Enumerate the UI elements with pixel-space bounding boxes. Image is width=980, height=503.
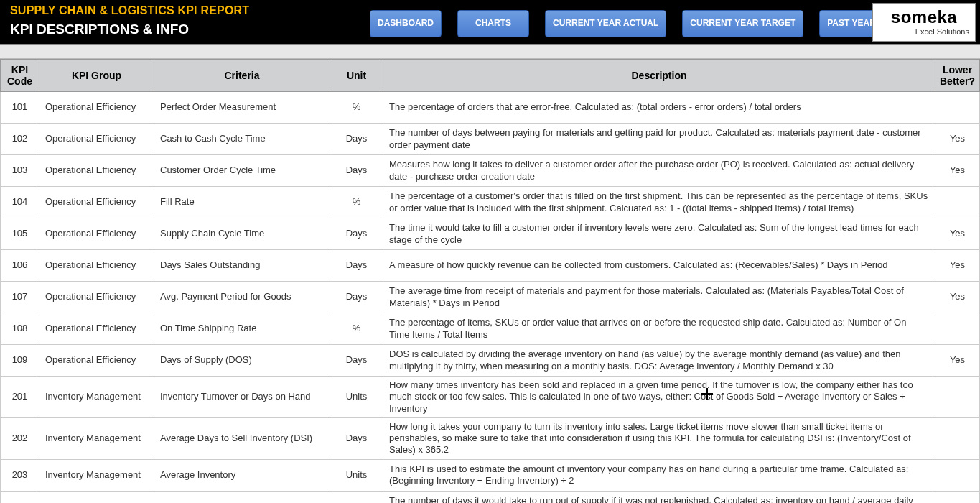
cell-description[interactable]: This KPI is used to estimate the amount … — [383, 459, 935, 491]
table-row[interactable]: 204Inventory ManagementInventory Days of… — [1, 491, 980, 503]
col-unit[interactable]: Unit — [330, 60, 383, 92]
cell-kpi-group[interactable]: Operational Efficiency — [39, 155, 154, 187]
cell-lower-better[interactable]: Yes — [935, 282, 980, 313]
table-row[interactable]: 108Operational EfficiencyOn Time Shippin… — [1, 313, 980, 345]
nav-current-year-actual[interactable]: CURRENT YEAR ACTUAL — [545, 10, 666, 37]
cell-criteria[interactable]: On Time Shipping Rate — [154, 313, 330, 345]
cell-unit[interactable]: % — [330, 187, 383, 218]
cell-lower-better[interactable]: Yes — [935, 218, 980, 250]
table-row[interactable]: 107Operational EfficiencyAvg. Payment Pe… — [1, 282, 980, 313]
cell-lower-better[interactable] — [935, 313, 980, 345]
cell-kpi-group[interactable]: Operational Efficiency — [39, 187, 154, 218]
table-row[interactable]: 103Operational EfficiencyCustomer Order … — [1, 155, 980, 187]
cell-criteria[interactable]: Cash to Cash Cycle Time — [154, 124, 330, 155]
cell-kpi-group[interactable]: Operational Efficiency — [39, 250, 154, 282]
col-lower-better[interactable]: Lower Better? — [935, 60, 980, 92]
cell-kpi-code[interactable]: 108 — [1, 313, 39, 345]
cell-criteria[interactable]: Average Inventory — [154, 459, 330, 491]
cell-description[interactable]: Measures how long it takes to deliver a … — [383, 155, 935, 187]
cell-lower-better[interactable]: Yes — [935, 345, 980, 377]
cell-description[interactable]: How long it takes your company to turn i… — [383, 417, 935, 459]
cell-description[interactable]: The percentage of items, SKUs or order v… — [383, 313, 935, 345]
nav-dashboard[interactable]: DASHBOARD — [370, 10, 442, 37]
cell-unit[interactable]: Days — [330, 345, 383, 377]
table-row[interactable]: 102Operational EfficiencyCash to Cash Cy… — [1, 124, 980, 155]
cell-unit[interactable]: Days — [330, 491, 383, 503]
cell-kpi-code[interactable]: 105 — [1, 218, 39, 250]
cell-criteria[interactable]: Inventory Turnover or Days on Hand — [154, 377, 330, 418]
table-row[interactable]: 202Inventory ManagementAverage Days to S… — [1, 417, 980, 459]
cell-kpi-group[interactable]: Operational Efficiency — [39, 124, 154, 155]
cell-kpi-group[interactable]: Inventory Management — [39, 377, 154, 418]
cell-criteria[interactable]: Avg. Payment Period for Goods — [154, 282, 330, 313]
cell-description[interactable]: How many times inventory has been sold a… — [383, 377, 935, 418]
cell-criteria[interactable]: Fill Rate — [154, 187, 330, 218]
cell-kpi-code[interactable]: 202 — [1, 417, 39, 459]
cell-kpi-code[interactable]: 104 — [1, 187, 39, 218]
cell-unit[interactable]: Days — [330, 250, 383, 282]
cell-unit[interactable]: Days — [330, 124, 383, 155]
cell-description[interactable]: A measure of how quickly revenue can be … — [383, 250, 935, 282]
cell-criteria[interactable]: Inventory Days of Supply — [154, 491, 330, 503]
table-row[interactable]: 203Inventory ManagementAverage Inventory… — [1, 459, 980, 491]
cell-unit[interactable]: % — [330, 313, 383, 345]
cell-lower-better[interactable]: Yes — [935, 155, 980, 187]
cell-lower-better[interactable] — [935, 491, 980, 503]
cell-kpi-group[interactable]: Operational Efficiency — [39, 345, 154, 377]
cell-description[interactable]: The percentage of orders that are error-… — [383, 92, 935, 124]
cell-lower-better[interactable] — [935, 92, 980, 124]
cell-kpi-code[interactable]: 102 — [1, 124, 39, 155]
table-row[interactable]: 109Operational EfficiencyDays of Supply … — [1, 345, 980, 377]
table-row[interactable]: 101Operational EfficiencyPerfect Order M… — [1, 92, 980, 124]
cell-kpi-group[interactable]: Inventory Management — [39, 459, 154, 491]
col-kpi-code[interactable]: KPI Code — [1, 60, 39, 92]
nav-charts[interactable]: CHARTS — [457, 10, 529, 37]
cell-unit[interactable]: Days — [330, 282, 383, 313]
cell-unit[interactable]: Days — [330, 218, 383, 250]
cell-criteria[interactable]: Perfect Order Measurement — [154, 92, 330, 124]
cell-description[interactable]: The time it would take to fill a custome… — [383, 218, 935, 250]
cell-criteria[interactable]: Supply Chain Cycle Time — [154, 218, 330, 250]
cell-unit[interactable]: % — [330, 92, 383, 124]
nav-current-year-target[interactable]: CURRENT YEAR TARGET — [682, 10, 803, 37]
cell-lower-better[interactable]: Yes — [935, 250, 980, 282]
cell-criteria[interactable]: Days Sales Outstanding — [154, 250, 330, 282]
cell-unit[interactable]: Days — [330, 417, 383, 459]
cell-criteria[interactable]: Customer Order Cycle Time — [154, 155, 330, 187]
table-row[interactable]: 105Operational EfficiencySupply Chain Cy… — [1, 218, 980, 250]
col-description[interactable]: Description — [383, 60, 935, 92]
cell-kpi-group[interactable]: Operational Efficiency — [39, 218, 154, 250]
cell-kpi-code[interactable]: 201 — [1, 377, 39, 418]
cell-kpi-group[interactable]: Inventory Management — [39, 491, 154, 503]
col-kpi-group[interactable]: KPI Group — [39, 60, 154, 92]
cell-criteria[interactable]: Days of Supply (DOS) — [154, 345, 330, 377]
cell-kpi-group[interactable]: Operational Efficiency — [39, 92, 154, 124]
brand-logo[interactable]: someka Excel Solutions — [872, 3, 976, 42]
cell-kpi-group[interactable]: Operational Efficiency — [39, 313, 154, 345]
cell-description[interactable]: The number of days it would take to run … — [383, 491, 935, 503]
cell-kpi-code[interactable]: 204 — [1, 491, 39, 503]
cell-kpi-group[interactable]: Operational Efficiency — [39, 282, 154, 313]
cell-unit[interactable]: Units — [330, 377, 383, 418]
cell-description[interactable]: DOS is calculated by dividing the averag… — [383, 345, 935, 377]
table-row[interactable]: 106Operational EfficiencyDays Sales Outs… — [1, 250, 980, 282]
cell-lower-better[interactable] — [935, 377, 980, 418]
cell-criteria[interactable]: Average Days to Sell Inventory (DSI) — [154, 417, 330, 459]
table-row[interactable]: 201Inventory ManagementInventory Turnove… — [1, 377, 980, 418]
cell-kpi-code[interactable]: 107 — [1, 282, 39, 313]
cell-lower-better[interactable] — [935, 417, 980, 459]
cell-unit[interactable]: Units — [330, 459, 383, 491]
cell-description[interactable]: The percentage of a customer's order tha… — [383, 187, 935, 218]
table-row[interactable]: 104Operational EfficiencyFill Rate%The p… — [1, 187, 980, 218]
cell-description[interactable]: The number of days between paying for ma… — [383, 124, 935, 155]
cell-lower-better[interactable]: Yes — [935, 124, 980, 155]
cell-kpi-code[interactable]: 109 — [1, 345, 39, 377]
cell-lower-better[interactable] — [935, 187, 980, 218]
cell-kpi-code[interactable]: 106 — [1, 250, 39, 282]
cell-kpi-code[interactable]: 103 — [1, 155, 39, 187]
cell-lower-better[interactable] — [935, 459, 980, 491]
col-criteria[interactable]: Criteria — [154, 60, 330, 92]
cell-unit[interactable]: Days — [330, 155, 383, 187]
cell-description[interactable]: The average time from receipt of materia… — [383, 282, 935, 313]
cell-kpi-code[interactable]: 101 — [1, 92, 39, 124]
